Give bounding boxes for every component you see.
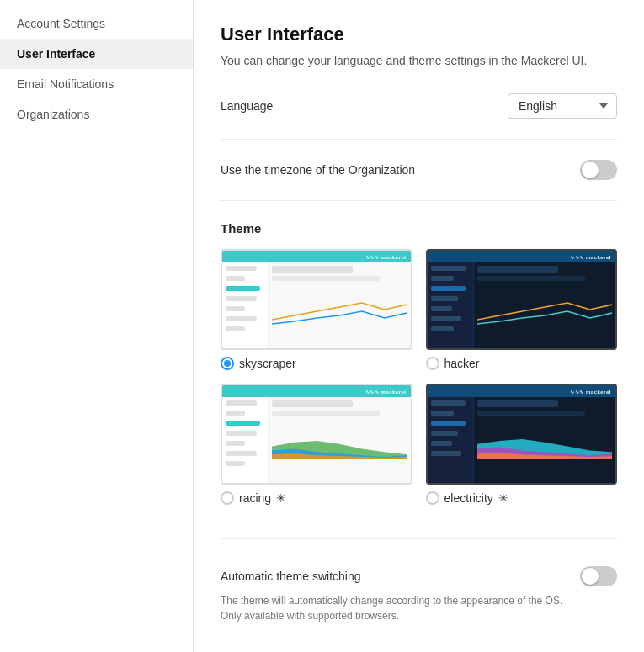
auto-theme-toggle[interactable] xyxy=(580,566,617,586)
theme-label-hacker[interactable]: hacker xyxy=(426,357,618,370)
theme-preview-skyscraper[interactable]: ∿∿∿ mackerel xyxy=(221,249,412,350)
sidebar: Account Settings User Interface Email No… xyxy=(0,0,194,652)
theme-option-racing: ∿∿∿ mackerel xyxy=(221,384,412,505)
language-label: Language xyxy=(221,99,273,113)
sidebar-item-account-settings[interactable]: Account Settings xyxy=(0,8,193,39)
electricity-sun-icon: ✳ xyxy=(498,491,508,505)
auto-theme-toggle-track[interactable] xyxy=(580,566,617,586)
theme-option-hacker: ∿∿∿ mackerel xyxy=(426,249,618,370)
timezone-label: Use the timezone of the Organization xyxy=(221,163,415,177)
theme-label-skyscraper[interactable]: skyscraper xyxy=(221,357,412,370)
theme-option-electricity: ∿∿∿ mackerel xyxy=(426,384,618,505)
theme-section-title: Theme xyxy=(221,221,617,236)
language-select[interactable]: English 日本語 xyxy=(508,93,617,119)
auto-theme-toggle-thumb xyxy=(582,568,599,585)
timezone-toggle-thumb xyxy=(582,162,599,178)
timezone-section: Use the timezone of the Organization xyxy=(221,160,617,201)
sidebar-item-user-interface[interactable]: User Interface xyxy=(0,39,193,69)
language-section: Language English 日本語 xyxy=(221,93,617,140)
theme-radio-dot-skyscraper xyxy=(224,360,231,367)
auto-theme-label: Automatic theme switching xyxy=(221,570,361,583)
page-description: You can change your language and theme s… xyxy=(221,52,617,70)
theme-preview-electricity[interactable]: ∿∿∿ mackerel xyxy=(426,384,618,485)
auto-theme-section: Automatic theme switching The theme will… xyxy=(221,559,617,623)
timezone-toggle-track[interactable] xyxy=(580,160,617,180)
theme-label-racing[interactable]: racing ✳ xyxy=(221,491,412,505)
timezone-toggle[interactable] xyxy=(580,160,617,180)
theme-radio-hacker[interactable] xyxy=(426,357,439,370)
page-title: User Interface xyxy=(221,24,617,45)
theme-preview-hacker[interactable]: ∿∿∿ mackerel xyxy=(426,249,618,350)
racing-sun-icon: ✳ xyxy=(276,491,286,505)
theme-preview-racing[interactable]: ∿∿∿ mackerel xyxy=(221,384,412,485)
theme-radio-racing[interactable] xyxy=(221,491,234,505)
theme-option-skyscraper: ∿∿∿ mackerel xyxy=(221,249,412,370)
sidebar-item-email-notifications[interactable]: Email Notifications xyxy=(0,69,193,99)
theme-section: Theme ∿∿∿ mackerel xyxy=(221,221,617,539)
theme-radio-electricity[interactable] xyxy=(426,491,439,505)
main-content: User Interface You can change your langu… xyxy=(194,0,644,652)
theme-grid: ∿∿∿ mackerel xyxy=(221,249,617,505)
auto-theme-description: The theme will automatically change acco… xyxy=(221,593,617,623)
theme-label-electricity[interactable]: electricity ✳ xyxy=(426,491,618,505)
theme-radio-skyscraper[interactable] xyxy=(221,357,234,370)
sidebar-item-organizations[interactable]: Organizations xyxy=(0,99,193,130)
